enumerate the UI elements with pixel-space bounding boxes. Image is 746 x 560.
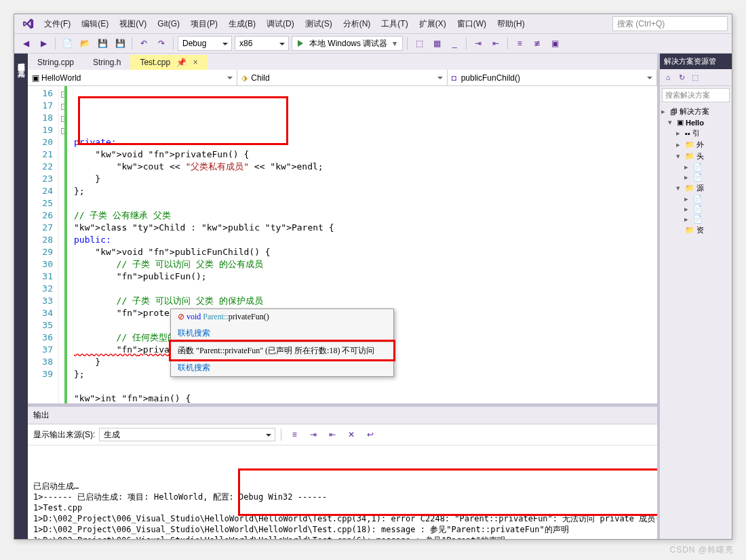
close-icon[interactable]: × (193, 58, 198, 67)
menu-extensions[interactable]: 扩展(X) (415, 16, 450, 33)
se-home-icon[interactable]: ⌂ (662, 71, 674, 83)
output-src-value: 生成 (104, 429, 120, 441)
output-source-combo[interactable]: 生成 (99, 428, 275, 441)
nav-member-combo[interactable]: ◘ publicFunChild() (448, 70, 657, 85)
left-rail: 服务器资源管理器 工具箱 (14, 54, 28, 539)
pin-icon[interactable]: 📌 (176, 58, 186, 67)
se-node[interactable]: 📁 资 (661, 224, 730, 236)
se-node[interactable]: ▸📁 外 (661, 139, 730, 151)
search-placeholder: 搜索 (Ctrl+Q) (617, 18, 665, 30)
bookmark-icon[interactable]: ▣ (547, 36, 562, 51)
separator (407, 37, 408, 49)
nav-back-icon[interactable]: ◀ (18, 36, 33, 51)
se-node-label: 源 (696, 183, 704, 193)
sig-type: Parent:: (203, 312, 228, 321)
tool-icon[interactable]: ⬚ (412, 36, 427, 51)
tooltip-message: 函数 "Parent::privateFun" (已声明 所在行数:18) 不可… (171, 342, 393, 359)
undo-icon[interactable]: ↶ (136, 36, 151, 51)
output-tool-icon[interactable]: ⇥ (306, 427, 321, 442)
se-tree[interactable]: ▸🗐 解决方案 ▾▣ Hello ▸▪▪ 引 ▸📁 外 ▾📁 头 ▸📄 ▸📄 ▾… (660, 104, 732, 539)
menu-tools[interactable]: 工具(T) (377, 16, 412, 33)
menu-edit[interactable]: 编辑(E) (77, 16, 113, 33)
se-file[interactable]: ▸📄 (661, 214, 730, 224)
nav-scope-combo[interactable]: ▣ HelloWorld (28, 70, 237, 85)
menu-project[interactable]: 项目(P) (186, 16, 222, 33)
se-project-label: Hello (686, 119, 704, 127)
output-body[interactable]: 已启动生成…1>------ 已启动生成: 项目: HelloWorld, 配置… (28, 445, 657, 539)
output-clear-icon[interactable]: ✕ (344, 427, 359, 442)
chevron-down-icon: ▾ (393, 39, 397, 48)
se-tool-icon[interactable]: ⬚ (689, 71, 701, 83)
tooltip-search-link[interactable]: 联机搜索 (171, 325, 393, 342)
tooltip-signature: ⊘ void Parent::privateFun() (171, 309, 393, 325)
output-panel: 输出 显示输出来源(S): 生成 ≡ ⇥ ⇤ ✕ ↩ 已启动生成…1>-----… (28, 403, 657, 539)
se-file[interactable]: ▸📄 (661, 204, 730, 214)
save-icon[interactable]: 💾 (95, 36, 110, 51)
se-project[interactable]: ▾▣ Hello (661, 117, 730, 127)
output-title: 输出 (28, 407, 657, 424)
separator (507, 37, 508, 49)
outdent-icon[interactable]: ⇤ (488, 36, 503, 51)
uncomment-icon[interactable]: ≢ (530, 36, 545, 51)
run-button[interactable]: 本地 Windows 调试器 ▾ (292, 36, 403, 51)
nav-class-value: Child (251, 73, 269, 83)
new-file-icon[interactable]: 📄 (60, 36, 75, 51)
menu-debug[interactable]: 调试(D) (262, 16, 298, 33)
menu-git[interactable]: Git(G) (153, 16, 184, 31)
se-root-label: 解决方案 (680, 106, 709, 117)
menu-window[interactable]: 窗口(W) (453, 16, 490, 33)
nav-bar: ▣ HelloWorld ⬗ Child ◘ publicFunChild() (28, 70, 657, 86)
save-all-icon[interactable]: 💾 (113, 36, 127, 51)
config-combo[interactable]: Debug (178, 36, 232, 51)
se-root[interactable]: ▸🗐 解决方案 (661, 106, 730, 117)
se-file[interactable]: ▸📄 (661, 194, 730, 204)
se-search-input[interactable]: 搜索解决方案 (662, 88, 730, 102)
nav-class-combo[interactable]: ⬗ Child (237, 70, 447, 85)
se-node[interactable]: ▸▪▪ 引 (661, 127, 730, 139)
tab-test-cpp[interactable]: Test.cpp 📌 × (130, 55, 207, 70)
project-icon: ▣ (32, 73, 41, 83)
tool-icon[interactable]: _ (447, 36, 462, 51)
play-icon (298, 40, 307, 47)
tab-string-cpp[interactable]: String.cpp (28, 55, 83, 70)
menu-build[interactable]: 生成(B) (224, 16, 260, 33)
se-node-label: 资 (696, 225, 704, 235)
line-gutter: 1617181920212223242526272829303132333435… (28, 86, 59, 403)
se-node[interactable]: ▾📁 源 (661, 182, 730, 194)
platform-combo[interactable]: x86 (235, 36, 289, 51)
menu-view[interactable]: 视图(V) (115, 16, 151, 33)
vs-logo-icon (18, 14, 37, 33)
watermark: CSDN @韩曙亮 (669, 544, 734, 556)
indent-icon[interactable]: ⇥ (471, 36, 486, 51)
se-node[interactable]: ▾📁 头 (661, 151, 730, 162)
tooltip-search-link-2[interactable]: 联机搜索 (171, 359, 393, 376)
tab-string-h[interactable]: String.h (83, 55, 130, 70)
tab-label: Test.cpp (140, 58, 170, 67)
menu-help[interactable]: 帮助(H) (493, 16, 529, 33)
open-icon[interactable]: 📂 (77, 36, 92, 51)
output-tool-icon[interactable]: ≡ (287, 427, 302, 442)
menu-file[interactable]: 文件(F) (40, 16, 75, 33)
output-tool-icon[interactable]: ⇤ (325, 427, 340, 442)
se-file[interactable]: ▸📄 (661, 162, 730, 172)
redo-icon[interactable]: ↷ (154, 36, 169, 51)
se-node-label: 头 (696, 151, 704, 161)
nav-member-value: publicFunChild() (461, 73, 520, 83)
class-icon: ⬗ (241, 73, 251, 83)
nav-fwd-icon[interactable]: ▶ (36, 36, 51, 51)
output-src-label: 显示输出来源(S): (33, 429, 95, 441)
search-input[interactable]: 搜索 (Ctrl+Q) (612, 16, 728, 31)
tool-icon[interactable]: ▦ (429, 36, 444, 51)
error-icon: ⊘ (178, 312, 184, 321)
menu-test[interactable]: 测试(S) (301, 16, 336, 33)
output-wrap-icon[interactable]: ↩ (363, 427, 378, 442)
sig-func: privateFun() (229, 312, 269, 321)
code-editor[interactable]: 1617181920212223242526272829303132333435… (28, 86, 657, 403)
platform-value: x86 (239, 39, 252, 48)
change-indicator (64, 86, 67, 403)
se-file[interactable]: ▸📄 (661, 172, 730, 182)
menu-analyze[interactable]: 分析(N) (339, 16, 375, 33)
se-refresh-icon[interactable]: ↻ (675, 71, 688, 83)
se-title: 解决方案资源管 (660, 54, 732, 69)
comment-icon[interactable]: ≡ (512, 36, 527, 51)
